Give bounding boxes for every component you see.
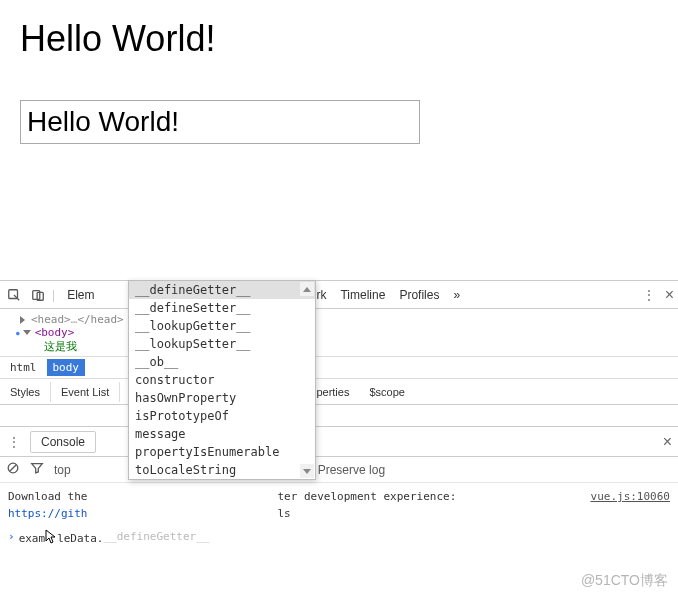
selection-dot-icon: ● — [16, 329, 20, 336]
preserve-log-label: Preserve log — [318, 463, 385, 477]
ac-item[interactable]: constructor — [129, 371, 315, 389]
autocomplete-dropdown[interactable]: __defineGetter__ __defineSetter__ __look… — [128, 280, 316, 480]
close-icon[interactable]: × — [665, 286, 674, 304]
mouse-cursor-icon — [45, 529, 57, 545]
ac-item[interactable]: propertyIsEnumerable — [129, 443, 315, 461]
subtab-scope[interactable]: $scope — [359, 382, 414, 402]
msg-text-2b: ls — [277, 507, 290, 520]
msg-url[interactable]: https://gith — [8, 507, 87, 520]
console-kebab-icon[interactable]: ⋮ — [6, 435, 22, 449]
ac-item[interactable]: __lookupGetter__ — [129, 317, 315, 335]
ac-item[interactable]: __defineGetter__ — [129, 281, 315, 299]
console-message: Download theter development experience: … — [8, 489, 670, 506]
ac-item[interactable]: __ob__ — [129, 353, 315, 371]
console-context[interactable]: top — [54, 463, 71, 477]
tab-timeline[interactable]: Timeline — [340, 288, 385, 302]
ac-item[interactable]: hasOwnProperty — [129, 389, 315, 407]
ac-item[interactable]: message — [129, 425, 315, 443]
prompt-typed: exam — [19, 532, 46, 545]
ac-item[interactable]: isPrototypeOf — [129, 407, 315, 425]
message-input[interactable] — [20, 100, 420, 144]
tabs-overflow[interactable]: » — [453, 288, 460, 302]
devtools-top-bar: | Elem Network Timeline Profiles » ⋮ × — [0, 281, 678, 309]
crumb-body[interactable]: body — [47, 359, 86, 376]
crumb-html[interactable]: html — [4, 359, 43, 376]
head-tag[interactable]: <head>…</head> — [31, 313, 124, 326]
inspect-icon[interactable] — [4, 285, 24, 305]
subtab-event[interactable]: Event List — [51, 382, 120, 402]
tab-profiles[interactable]: Profiles — [399, 288, 439, 302]
body-comment: 这是我 — [44, 339, 77, 354]
scroll-up-icon[interactable] — [300, 282, 314, 296]
scroll-down-icon[interactable] — [300, 464, 314, 478]
prompt-ghost: __defineGetter__ — [103, 529, 209, 546]
watermark: @51CTO博客 — [581, 572, 668, 590]
console-prompt[interactable]: › examleData. __defineGetter__ — [8, 526, 670, 548]
page-content: Hello World! — [0, 0, 678, 162]
console-message: https://githls — [8, 506, 670, 523]
body-tag[interactable]: <body> — [35, 326, 75, 339]
elements-tree[interactable]: <head>…</head> ● <body> 这是我 — [0, 309, 678, 356]
device-toggle-icon[interactable] — [28, 285, 48, 305]
console-tab[interactable]: Console — [30, 431, 96, 453]
msg-source[interactable]: vue.js:10060 — [571, 489, 670, 506]
subtab-styles[interactable]: Styles — [0, 382, 51, 402]
filter-icon[interactable] — [30, 461, 44, 478]
msg-text-1b: ter development experience: — [277, 490, 456, 503]
ac-item[interactable]: __defineSetter__ — [129, 299, 315, 317]
expand-icon[interactable] — [20, 316, 25, 324]
kebab-icon[interactable]: ⋮ — [643, 288, 655, 302]
console-drawer-header: ⋮ Console × — [0, 427, 678, 457]
collapse-icon[interactable] — [23, 330, 31, 335]
msg-text-1a: Download the — [8, 490, 87, 503]
console-filter-bar: top Preserve log — [0, 457, 678, 483]
console-output[interactable]: Download theter development experience: … — [0, 483, 678, 554]
clear-console-icon[interactable] — [6, 461, 20, 478]
styles-body — [0, 405, 678, 427]
tab-elements[interactable]: Elem — [67, 288, 94, 302]
ac-item[interactable]: __lookupSetter__ — [129, 335, 315, 353]
devtools-tabs: Elem — [67, 288, 94, 302]
devtools-panel: | Elem Network Timeline Profiles » ⋮ × <… — [0, 280, 678, 596]
page-heading: Hello World! — [20, 18, 658, 60]
console-close-icon[interactable]: × — [663, 433, 672, 451]
prompt-typed-rest: leData. — [57, 532, 103, 545]
ac-item[interactable]: toLocaleString — [129, 461, 315, 479]
styles-tabs: Styles Event List operties $scope — [0, 379, 678, 405]
prompt-caret-icon: › — [8, 529, 15, 546]
dom-breadcrumb: html body — [0, 356, 678, 379]
